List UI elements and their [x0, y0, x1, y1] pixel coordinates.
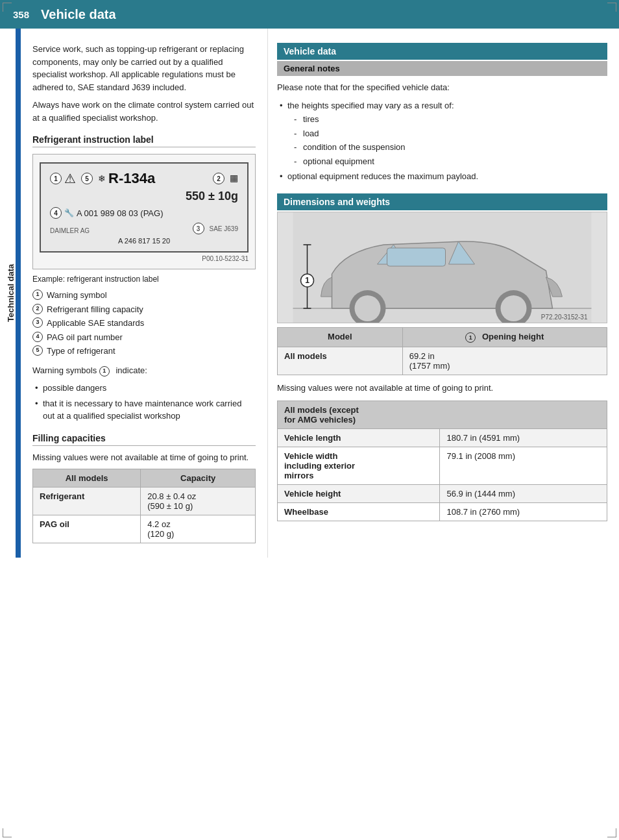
table-row: PAG oil 4.2 oz(120 g)	[33, 515, 256, 543]
amg-wheelbase-label: Wheelbase	[278, 503, 440, 521]
dim-col-model: Model	[278, 327, 403, 347]
missing-values-note2: Missing values were not available at tim…	[277, 382, 607, 395]
svg-point-6	[501, 295, 527, 321]
ref-circle-2: 2	[213, 173, 225, 184]
warning-icon: ⚠	[64, 171, 76, 186]
legend-text-5: Type of refrigerant	[47, 345, 115, 358]
ref-caption: Example: refrigerant instruction label	[32, 273, 256, 285]
ref-type: R-134a	[108, 170, 155, 187]
legend-num-3: 3	[32, 317, 43, 328]
svg-rect-2	[387, 248, 446, 266]
page-title: Vehicle data	[41, 7, 116, 22]
table-row: Vehicle length 180.7 in (4591 mm)	[278, 429, 607, 447]
intro-text: Service work, such as topping-up refrige…	[32, 43, 256, 93]
legend-num-2: 2	[32, 304, 43, 314]
amg-vehicle-width-label: Vehicle widthincluding exteriormirrors	[278, 447, 440, 485]
ref-code: A 246 817 15 20	[50, 237, 238, 245]
sub-item-tires-text: tires	[303, 114, 319, 124]
ref-footer: DAIMLER AG 3 SAE J639	[50, 223, 238, 234]
ref-p-code: P00.10-5232-31	[40, 255, 249, 262]
amg-vehicle-height-value: 56.9 in (1444 mm)	[440, 485, 607, 503]
page-number: 358	[13, 9, 29, 20]
filling-table: All models Capacity Refrigerant 20.8 ± 0…	[32, 469, 256, 543]
row-label-refrigerant: Refrigerant	[33, 488, 141, 515]
filling-missing-note: Missing values were not available at tim…	[32, 451, 256, 464]
amg-vehicle-width-value: 79.1 in (2008 mm)	[440, 447, 607, 485]
ref-label-heading: Refrigerant instruction label	[32, 134, 256, 147]
ref-label-inner: 1 ⚠ 5 ❄ R-134a 2 ▦	[40, 162, 249, 253]
warning-bullet-2: that it is necessary to have maintenance…	[35, 397, 256, 423]
dim-col-opening: 1 Opening height	[402, 327, 607, 347]
bullet-payload: optional equipment reduces the maximum p…	[280, 170, 607, 183]
ref-circle-5: 5	[81, 173, 93, 184]
table-row: All models 69.2 in(1757 mm)	[278, 347, 607, 375]
legend-item-1: 1 Warning symbol	[32, 289, 256, 302]
sub-item-load: load	[294, 127, 607, 140]
legend-text-2: Refrigerant filling capacity	[47, 303, 143, 316]
warning-bullet-list: possible dangers that it is necessary to…	[35, 382, 256, 423]
legend-item-3: 3 Applicable SAE standards	[32, 317, 256, 330]
warning-bullet-1: possible dangers	[35, 382, 256, 395]
legend-item-4: 4 PAG oil part number	[32, 331, 256, 344]
sub-item-load-text: load	[303, 129, 319, 138]
amg-header-row: All models (exceptfor AMG vehicles)	[278, 401, 607, 429]
ac-icon: ❄	[98, 173, 106, 184]
dim-value-all: 69.2 in(1757 mm)	[402, 347, 607, 375]
bullet-payload-text: optional equipment reduces the maximum p…	[287, 171, 478, 181]
ref-heat-icon: ▦	[230, 173, 238, 183]
ref-circle-1: 1	[50, 173, 62, 184]
ref-daimler: DAIMLER AG	[50, 227, 90, 234]
ref-sae: SAE J639	[210, 225, 238, 232]
filling-col-header-2: Capacity	[141, 469, 256, 488]
car-svg: 1 P72.20-3152-31	[278, 212, 607, 323]
row-label-pag: PAG oil	[33, 515, 141, 543]
warning-indicate: indicate:	[115, 365, 147, 375]
warning-bullet-1-text: possible dangers	[43, 383, 106, 393]
svg-text:1: 1	[305, 276, 310, 285]
ref-amount: 550 ± 10g	[186, 190, 238, 203]
filling-col-header-1: All models	[33, 469, 141, 488]
left-column: Service work, such as topping-up refrige…	[21, 29, 267, 558]
table-row: Vehicle height 56.9 in (1444 mm)	[278, 485, 607, 503]
sub-item-suspension: condition of the suspension	[294, 141, 607, 154]
corner-mark-tr	[607, 3, 616, 12]
filling-heading: Filling capacities	[32, 433, 256, 446]
amg-vehicle-length-value: 180.7 in (4591 mm)	[440, 429, 607, 447]
amg-vehicle-height-label: Vehicle height	[278, 485, 440, 503]
warning-text: Warning symbols 1 indicate:	[32, 364, 256, 377]
car-image-box: 1 P72.20-3152-31	[277, 212, 607, 323]
oil-icon: 🔧	[64, 208, 74, 217]
corner-mark-tl	[3, 3, 12, 12]
vehicle-data-header: Vehicle data	[277, 43, 607, 60]
amg-table: All models (exceptfor AMG vehicles) Vehi…	[277, 401, 607, 521]
right-column: Vehicle data General notes Please note t…	[267, 29, 619, 558]
ref-row1: 1 ⚠ 5 ❄ R-134a 2 ▦	[50, 170, 238, 187]
dim-weights-header: Dimensions and weights	[277, 193, 607, 210]
ref-row2: 4 🔧 A 001 989 08 03 (PAG)	[50, 207, 238, 219]
sub-item-optional: optional equipment	[294, 155, 607, 168]
corner-mark-bl	[3, 828, 12, 837]
warning-circle: 1	[99, 366, 110, 377]
ref-circle-4: 4	[50, 207, 62, 219]
legend-text-3: Applicable SAE standards	[47, 317, 144, 330]
table-row: Wheelbase 108.7 in (2760 mm)	[278, 503, 607, 521]
ref-oil: A 001 989 08 03 (PAG)	[77, 208, 163, 218]
legend-num-1: 1	[32, 290, 43, 300]
sub-item-suspension-text: condition of the suspension	[303, 142, 406, 152]
sub-item-tires: tires	[294, 113, 607, 126]
legend-num-4: 4	[32, 332, 43, 342]
page-header: 358 Vehicle data	[0, 0, 619, 29]
dim-table: Model 1 Opening height All models 69.2 i…	[277, 327, 607, 375]
legend-num-5: 5	[32, 345, 43, 356]
general-notes-intro: Please note that for the specified vehic…	[277, 81, 607, 94]
dim-model-all: All models	[278, 347, 403, 375]
table-row: Vehicle widthincluding exteriormirrors 7…	[278, 447, 607, 485]
row-value-refrigerant: 20.8 ± 0.4 oz(590 ± 10 g)	[141, 488, 256, 515]
bullet-heights: the heights specified may vary as a resu…	[280, 99, 607, 168]
ref-label-image-box: 1 ⚠ 5 ❄ R-134a 2 ▦	[32, 154, 256, 269]
row-value-pag: 4.2 oz(120 g)	[141, 515, 256, 543]
warning-label: Warning symbols	[32, 365, 97, 375]
sub-item-optional-text: optional equipment	[303, 156, 374, 166]
amg-header-cell: All models (exceptfor AMG vehicles)	[278, 401, 607, 429]
svg-point-4	[355, 295, 381, 321]
